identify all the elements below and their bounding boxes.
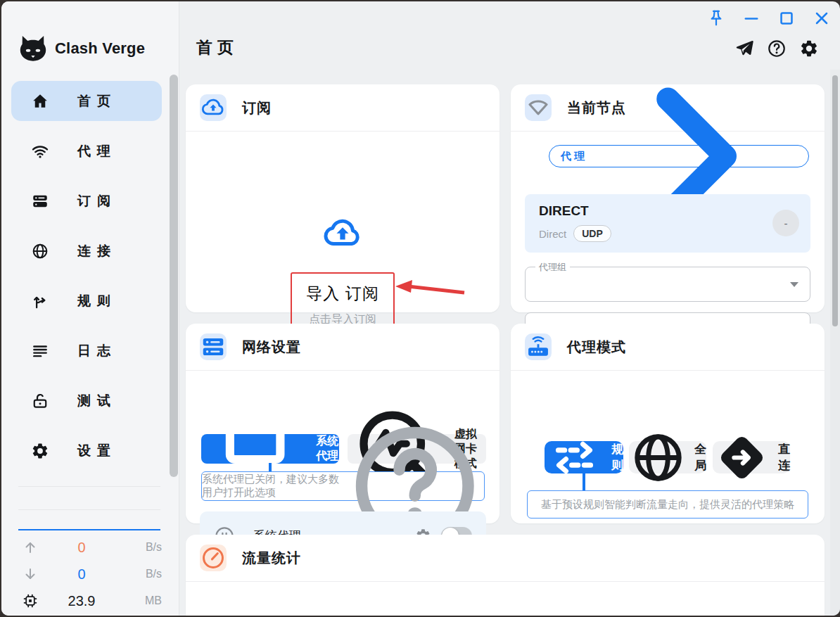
selected-node-panel[interactable]: DIRECT Direct UDP - (525, 194, 810, 253)
app-logo-text: Clash Verge (55, 39, 145, 58)
split-arrow-icon (31, 292, 49, 310)
mode-rule-button[interactable]: 规则 (545, 441, 623, 473)
node-type: Direct (539, 228, 566, 240)
sidebar-traffic-stats: 0B/s0B/s23.9MB (1, 534, 162, 614)
sidebar-item-label: 测试 (77, 392, 117, 410)
connector-line (583, 473, 585, 491)
stat-unit-upload: B/s (122, 541, 162, 554)
maximize-button[interactable] (777, 8, 796, 28)
subscription-card: 订阅 导入 订阅 点击导入订阅 (186, 84, 499, 312)
subscription-card-header: 订阅 (186, 84, 499, 132)
proxy-mode-card: 代理模式 规则 全局 直连 基于预设规则智能判断流量走向，提供灵活的代理策略 (511, 324, 825, 523)
cpu-icon (20, 592, 41, 609)
current-node-card: 当前节点 代理 DIRECT Direct UDP - 代理组 (511, 84, 825, 312)
stat-value-upload: 0 (41, 540, 122, 556)
sidebar-item-label: 设置 (77, 442, 117, 460)
proxy-mode-card-title: 代理模式 (567, 338, 626, 357)
sidebar-item-proxy[interactable]: 代理 (11, 131, 162, 171)
stat-row-upload: 0B/s (1, 534, 162, 561)
pin-button[interactable] (706, 8, 726, 28)
settings-button[interactable] (799, 39, 819, 58)
proxy-group-select[interactable]: 代理组 (525, 267, 810, 302)
rule-arrows-icon (545, 428, 604, 488)
gear-icon (799, 39, 819, 58)
arrow-down-icon (20, 566, 41, 583)
cloud-upload-big-icon (315, 212, 370, 255)
log-lines-icon (31, 342, 49, 360)
sidebar: Clash Verge 首页代理订阅连接规则日志测试设置 0B/s0B/s23.… (1, 1, 179, 616)
latency-badge: - (772, 210, 799, 236)
direct-diamond-icon (713, 428, 771, 487)
system-proxy-tab-label: 系统代理 (316, 434, 339, 464)
network-settings-card-title: 网络设置 (242, 338, 301, 357)
chevron-down-icon (790, 282, 798, 287)
sidebar-item-label: 代理 (77, 142, 117, 160)
traffic-stats-card-title: 流量统计 (242, 549, 301, 568)
gear-icon (31, 442, 49, 460)
arrow-up-icon (20, 539, 41, 556)
mode-direct-button[interactable]: 直连 (713, 441, 790, 473)
system-proxy-info: 系统代理已关闭，建议大多数用户打开此选项 (201, 471, 485, 501)
network-settings-card: 网络设置 系统代理 虚拟网卡模式 系统代理已关闭，建议大多数用户打开此选项 (186, 324, 499, 523)
gauge-icon (200, 545, 227, 571)
app-logo: Clash Verge (17, 32, 145, 65)
sidebar-divider (18, 486, 160, 487)
router-icon (525, 333, 552, 360)
traffic-sparkline-baseline (18, 529, 160, 530)
sidebar-item-subscription[interactable]: 订阅 (11, 181, 162, 221)
import-subscription-title: 导入 订阅 (292, 283, 393, 305)
sidebar-item-settings[interactable]: 设置 (11, 431, 162, 471)
sidebar-scrollbar-thumb[interactable] (170, 75, 178, 477)
wifi-icon (31, 142, 49, 160)
system-proxy-tab[interactable]: 系统代理 (201, 434, 339, 464)
mode-rule-label: 规则 (611, 441, 623, 473)
main-scrollbar-track[interactable] (830, 70, 840, 616)
sidebar-item-label: 日志 (77, 342, 117, 360)
close-icon (812, 8, 832, 28)
stat-row-download: 0B/s (1, 561, 162, 587)
node-fan-icon (525, 94, 552, 121)
main-area: 首页 订阅 导入 订阅 点击导入订阅 (179, 1, 840, 616)
sidebar-item-rules[interactable]: 规则 (11, 281, 162, 321)
node-name: DIRECT (539, 203, 589, 219)
main-scrollbar-thumb[interactable] (832, 75, 838, 326)
proxy-mode-card-header: 代理模式 (511, 324, 825, 371)
maximize-icon (777, 8, 796, 28)
sidebar-divider (18, 509, 160, 510)
sidebar-item-label: 连接 (77, 242, 117, 260)
page-title: 首页 (196, 37, 238, 58)
minimize-icon (742, 8, 761, 28)
globe-icon (629, 428, 687, 487)
goto-proxy-chip[interactable]: 代理 (549, 145, 809, 167)
annotation-arrow-icon (394, 279, 467, 300)
stat-row-memory: 23.9MB (1, 587, 162, 614)
stat-unit-memory: MB (122, 594, 162, 607)
traffic-stats-card: 流量统计 10 Minutes 上传 (186, 535, 825, 616)
proxy-mode-info: 基于预设规则智能判断流量走向，提供灵活的代理策略 (527, 490, 808, 519)
pin-icon (706, 8, 726, 28)
sidebar-nav: 首页代理订阅连接规则日志测试设置 (11, 81, 162, 471)
sidebar-item-label: 订阅 (77, 192, 117, 210)
sidebar-item-label: 首页 (77, 92, 117, 110)
stat-value-download: 0 (41, 566, 122, 583)
close-button[interactable] (812, 8, 832, 28)
sidebar-item-logs[interactable]: 日志 (11, 331, 162, 371)
cat-logo-icon (17, 32, 49, 65)
cloud-upload-icon (200, 94, 227, 121)
lan-icon (200, 333, 227, 360)
system-proxy-info-text: 系统代理已关闭，建议大多数用户打开此选项 (202, 473, 341, 500)
proxy-group-select-label: 代理组 (535, 261, 570, 274)
udp-badge: UDP (573, 225, 611, 242)
mode-global-label: 全局 (694, 441, 706, 473)
minimize-button[interactable] (742, 8, 761, 28)
goto-proxy-chip-label: 代理 (561, 150, 587, 163)
subscription-card-title: 订阅 (242, 98, 272, 117)
globe-icon (31, 242, 49, 260)
window-controls (706, 8, 832, 28)
sidebar-item-home[interactable]: 首页 (11, 81, 162, 121)
mode-global-button[interactable]: 全局 (629, 441, 706, 473)
stat-value-memory: 23.9 (41, 593, 122, 609)
sidebar-item-connections[interactable]: 连接 (11, 231, 162, 271)
sidebar-item-test[interactable]: 测试 (11, 381, 162, 421)
sidebar-item-label: 规则 (77, 292, 117, 310)
